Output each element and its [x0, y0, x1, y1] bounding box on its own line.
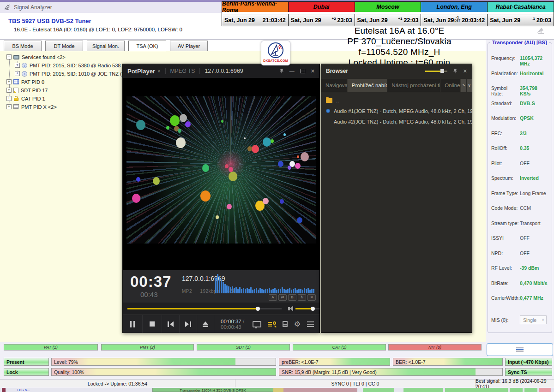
open-file-button[interactable] [197, 315, 214, 333]
volume-level [295, 308, 312, 309]
clear-button[interactable]: ✕ [307, 294, 316, 301]
ab-repeat-a-button[interactable]: A [269, 294, 277, 301]
expand-icon[interactable]: + [15, 71, 20, 76]
tuner-details: 16.0E - Eutelsat 16A (ID: 0160) @ LOF1: … [14, 27, 182, 32]
audio-track-item[interactable]: Audio #1(JOE TNZ) - Dutch, MPEG Audio, 4… [321, 106, 472, 116]
maximize-button[interactable] [300, 69, 305, 73]
document-icon [13, 88, 18, 93]
loop-button[interactable]: ↻ [298, 294, 306, 301]
tp-value: 0.35 [520, 145, 529, 151]
tab-dt-mode[interactable]: DT Mode [45, 41, 83, 51]
tuner-name: TBS 5927 USB DVB-S2 Tuner [8, 18, 91, 24]
viz-dot [216, 215, 219, 219]
tp-label: Pilot: [491, 160, 520, 166]
lock-icon [13, 96, 19, 101]
tree-item-sdt[interactable]: +SDT PID 17 [6, 86, 48, 94]
previous-button[interactable] [162, 315, 180, 333]
folder-up-item[interactable]: .. [321, 95, 472, 106]
stop-button[interactable] [143, 315, 162, 333]
expand-icon[interactable]: + [6, 79, 12, 84]
tab-signal-mon[interactable]: Signal Mon. [87, 41, 125, 51]
volume-bar[interactable] [295, 308, 319, 309]
expand-icon[interactable]: + [6, 88, 12, 93]
opacity-slider[interactable] [425, 71, 447, 72]
browser-titlebar[interactable]: Browser ✕ [321, 64, 472, 78]
tp-label: RF Level: [491, 265, 520, 271]
sliver-transponder: Transponder 11054 H 355 DVB-S QPSK [152, 388, 273, 392]
tree-item-pat[interactable]: +PAT PID 0 [6, 78, 44, 86]
volume-control [288, 306, 319, 311]
ab-repeat-b-button[interactable]: B [288, 294, 296, 301]
mis-label: MIS (0): [491, 317, 520, 323]
tree-item-services[interactable]: −Services found <2> [6, 53, 66, 61]
screen-cast-icon[interactable] [253, 321, 261, 327]
next-button[interactable] [180, 315, 197, 333]
folder-icon [326, 98, 332, 103]
tab-online[interactable]: Online [440, 79, 461, 92]
mis-dropdown[interactable]: Single∨ [520, 315, 547, 324]
viz-dot [202, 164, 209, 172]
viz-dot [180, 114, 187, 122]
chevron-down-icon: ∨ [542, 318, 546, 322]
viz-dot [271, 139, 274, 143]
potplayer-menu[interactable]: PotPlayer [127, 68, 155, 75]
ber-label: BER: <1.0E-7 [396, 358, 426, 365]
seek-bar[interactable] [127, 308, 282, 309]
ber-meter: BER: <1.0E-7 [393, 358, 503, 366]
tree-item-cat[interactable]: +CAT PID 1 [6, 95, 45, 102]
buffer-button[interactable] [487, 343, 553, 356]
tab-tsa[interactable]: TSA (OK) [128, 41, 166, 51]
viz-dot [166, 126, 169, 130]
clock-city: Berlin-Paris-Vienna-Roma [222, 2, 289, 12]
tab-bs-mode[interactable]: BS Mode [4, 41, 42, 51]
pid-bar-pmt: PMT (2) [101, 344, 194, 350]
tp-value: Horizontal [520, 71, 543, 76]
clock-city: Rabat-Casablanca [488, 2, 554, 12]
settings-gear-icon[interactable]: ⚙ [294, 321, 301, 328]
status-bar: Locked -> Uptime: 01:36:54 SYNC 0 | TEI … [0, 379, 554, 387]
seek-handle[interactable] [256, 307, 260, 311]
close-button[interactable]: ✕ [311, 68, 315, 74]
elapsed-time: 00:37 [130, 273, 171, 291]
annotation-overlay: Eutelsat 16A at 16.0°E PF 370_Lučenec/Sl… [319, 25, 480, 68]
collapse-icon[interactable]: − [6, 54, 12, 59]
ab-repeat-controls: A ⇄ B ↻ ✕ [269, 294, 316, 301]
minimize-button[interactable]: — [289, 68, 295, 74]
pause-button[interactable] [123, 315, 143, 333]
tabs-scroll-right-button[interactable]: > [461, 79, 466, 92]
tab-navigate[interactable]: Navigovat [321, 79, 348, 92]
viz-dot [132, 194, 140, 203]
tp-label: Polarization: [491, 71, 520, 76]
tp-label: Spectrum: [491, 175, 520, 181]
menu-hamburger-icon[interactable] [307, 324, 314, 325]
tab-menu-browser[interactable]: Prohlížeč nabídky [348, 79, 388, 92]
tp-label: FEC: [491, 131, 520, 136]
viz-dot [280, 199, 284, 204]
pin-icon[interactable] [279, 68, 284, 74]
video-area[interactable] [123, 78, 319, 270]
playlist-icon[interactable] [283, 321, 288, 327]
dxsatcs-logo-text: DXSATCS.COM [263, 59, 288, 62]
preber-label: preBER: <1.0E-7 [282, 358, 319, 365]
status-uptime: Locked -> Uptime: 01:36:54 [0, 380, 235, 387]
tree-item-pmt-x[interactable]: +PMT PID X <2> [6, 103, 57, 111]
audio-track-item[interactable]: Audio #2(JOE TNZ) - Dutch, MPEG Audio, 4… [321, 116, 472, 127]
tp-label: BitRate: [491, 280, 520, 286]
expand-icon[interactable]: + [6, 96, 12, 101]
playlist-search-icon[interactable] [268, 321, 276, 327]
tabs-dropdown-button[interactable]: ∨ [466, 79, 472, 92]
volume-handle[interactable] [311, 307, 315, 311]
tab-subtitle-browser[interactable]: Nástroj procházení titulků [387, 79, 440, 92]
tp-label: Modulation: [491, 115, 520, 121]
close-icon[interactable]: ✕ [463, 68, 467, 74]
ab-swap-button[interactable]: ⇄ [278, 294, 287, 301]
expand-icon[interactable]: + [6, 104, 12, 109]
buffer-icon [516, 347, 524, 353]
tp-label: Code Mode: [491, 205, 520, 211]
potplayer-titlebar[interactable]: PotPlayer ∨ MPEG TS 127.0.0.1:6969 — ✕ [123, 64, 319, 78]
expand-icon[interactable]: + [15, 63, 20, 68]
tab-av-player[interactable]: AV Player [170, 41, 208, 51]
tp-label: RollOff: [491, 145, 520, 151]
stream-type-label: MPEG TS [170, 68, 195, 74]
pin-icon[interactable] [453, 68, 458, 74]
